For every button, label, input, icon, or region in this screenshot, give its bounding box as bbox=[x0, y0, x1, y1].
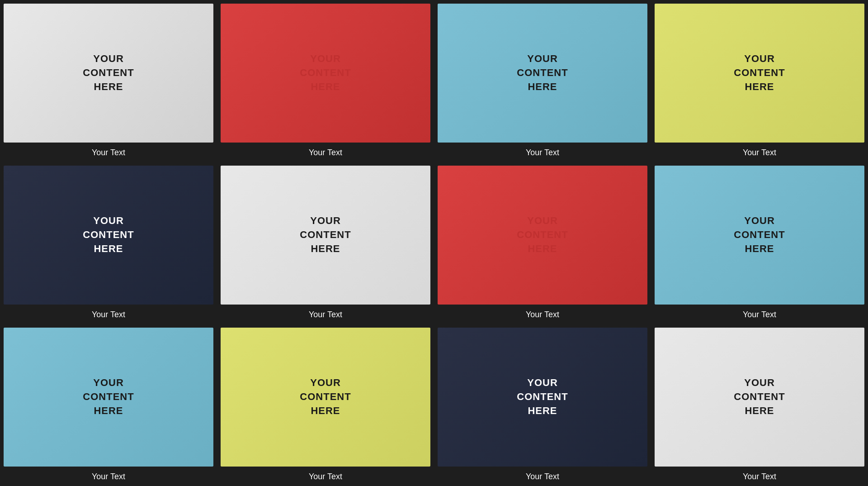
grid-cell-2[interactable]: YOURCONTENTHEREYour Text bbox=[217, 0, 434, 162]
card-image-5: YOURCONTENTHERE bbox=[4, 166, 213, 305]
content-text-7: YOURCONTENTHERE bbox=[517, 214, 568, 256]
content-box-12: YOURCONTENTHERE bbox=[655, 328, 864, 467]
grid-cell-3[interactable]: YOURCONTENTHEREYour Text bbox=[434, 0, 651, 162]
grid-cell-8[interactable]: YOURCONTENTHEREYour Text bbox=[651, 162, 868, 324]
content-box-1: YOURCONTENTHERE bbox=[4, 4, 213, 143]
content-box-11: YOURCONTENTHERE bbox=[438, 328, 647, 467]
grid-cell-12[interactable]: YOURCONTENTHEREYour Text bbox=[651, 324, 868, 486]
card-label-7: Your Text bbox=[438, 305, 647, 324]
card-label-12: Your Text bbox=[655, 467, 864, 486]
grid-cell-10[interactable]: YOURCONTENTHEREYour Text bbox=[217, 324, 434, 486]
card-image-2: YOURCONTENTHERE bbox=[221, 4, 430, 143]
content-box-9: YOURCONTENTHERE bbox=[4, 328, 213, 467]
content-box-7: YOURCONTENTHERE bbox=[438, 166, 647, 305]
grid-cell-5[interactable]: YOURCONTENTHEREYour Text bbox=[0, 162, 217, 324]
card-image-12: YOURCONTENTHERE bbox=[655, 328, 864, 467]
grid-cell-11[interactable]: YOURCONTENTHEREYour Text bbox=[434, 324, 651, 486]
grid-cell-7[interactable]: YOURCONTENTHEREYour Text bbox=[434, 162, 651, 324]
card-label-4: Your Text bbox=[655, 143, 864, 162]
content-text-5: YOURCONTENTHERE bbox=[83, 214, 134, 256]
card-label-1: Your Text bbox=[4, 143, 213, 162]
card-image-1: YOURCONTENTHERE bbox=[4, 4, 213, 143]
card-image-3: YOURCONTENTHERE bbox=[438, 4, 647, 143]
main-grid: YOURCONTENTHEREYour TextYOURCONTENTHEREY… bbox=[0, 0, 868, 486]
grid-cell-4[interactable]: YOURCONTENTHEREYour Text bbox=[651, 0, 868, 162]
content-text-2: YOURCONTENTHERE bbox=[300, 52, 351, 94]
card-label-2: Your Text bbox=[221, 143, 430, 162]
card-image-6: YOURCONTENTHERE bbox=[221, 166, 430, 305]
content-box-3: YOURCONTENTHERE bbox=[438, 4, 647, 143]
grid-cell-9[interactable]: YOURCONTENTHEREYour Text bbox=[0, 324, 217, 486]
content-box-4: YOURCONTENTHERE bbox=[655, 4, 864, 143]
content-box-6: YOURCONTENTHERE bbox=[221, 166, 430, 305]
content-box-5: YOURCONTENTHERE bbox=[4, 166, 213, 305]
content-text-9: YOURCONTENTHERE bbox=[83, 376, 134, 418]
card-label-5: Your Text bbox=[4, 305, 213, 324]
card-label-11: Your Text bbox=[438, 467, 647, 486]
content-box-10: YOURCONTENTHERE bbox=[221, 328, 430, 467]
card-label-6: Your Text bbox=[221, 305, 430, 324]
card-label-8: Your Text bbox=[655, 305, 864, 324]
card-label-3: Your Text bbox=[438, 143, 647, 162]
content-text-3: YOURCONTENTHERE bbox=[517, 52, 568, 94]
content-text-12: YOURCONTENTHERE bbox=[734, 376, 785, 418]
card-image-10: YOURCONTENTHERE bbox=[221, 328, 430, 467]
grid-cell-6[interactable]: YOURCONTENTHEREYour Text bbox=[217, 162, 434, 324]
grid-cell-1[interactable]: YOURCONTENTHEREYour Text bbox=[0, 0, 217, 162]
card-image-4: YOURCONTENTHERE bbox=[655, 4, 864, 143]
content-box-2: YOURCONTENTHERE bbox=[221, 4, 430, 143]
card-label-10: Your Text bbox=[221, 467, 430, 486]
content-box-8: YOURCONTENTHERE bbox=[655, 166, 864, 305]
content-text-10: YOURCONTENTHERE bbox=[300, 376, 351, 418]
content-text-11: YOURCONTENTHERE bbox=[517, 376, 568, 418]
card-image-7: YOURCONTENTHERE bbox=[438, 166, 647, 305]
card-label-9: Your Text bbox=[4, 467, 213, 486]
content-text-8: YOURCONTENTHERE bbox=[734, 214, 785, 256]
card-image-11: YOURCONTENTHERE bbox=[438, 328, 647, 467]
card-image-9: YOURCONTENTHERE bbox=[4, 328, 213, 467]
content-text-1: YOURCONTENTHERE bbox=[83, 52, 134, 94]
card-image-8: YOURCONTENTHERE bbox=[655, 166, 864, 305]
content-text-6: YOURCONTENTHERE bbox=[300, 214, 351, 256]
content-text-4: YOURCONTENTHERE bbox=[734, 52, 785, 94]
